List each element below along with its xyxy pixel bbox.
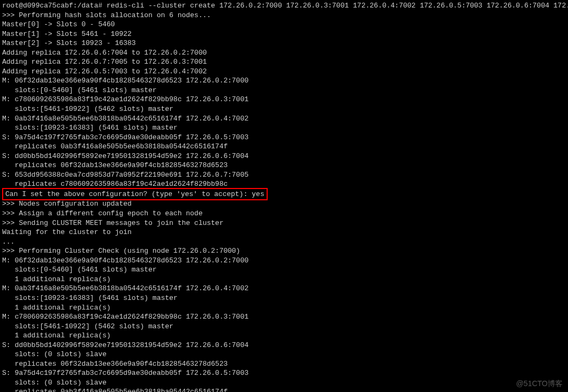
master-slot-line: Master[0] -> Slots 0 - 5460 xyxy=(2,20,566,29)
node-line: slots:[5461-10922] (5462 slots) master xyxy=(2,322,566,331)
node-line: replicates 0ab3f416a8e505b5ee6b3818ba054… xyxy=(2,387,566,392)
assign-epoch-line: >>> Assign a different config epoch to e… xyxy=(2,209,566,218)
node-line: M: 06f32dab13ee366e9a90f4cb18285463278d6… xyxy=(2,256,566,266)
node-line: slots: (0 slots) slave xyxy=(2,378,566,388)
master-slot-line: Master[1] -> Slots 5461 - 10922 xyxy=(2,29,566,39)
confirm-prompt-highlight[interactable]: Can I set the above configuration? (type… xyxy=(2,189,566,200)
node-line: replicates 0ab3f416a8e505b5ee6b3818ba054… xyxy=(2,142,566,152)
node-line: S: dd0bb5bd1402996f5892ee7195013281954d5… xyxy=(2,341,566,350)
node-line: slots: (0 slots) slave xyxy=(2,350,566,359)
node-line: replicates 06f32dab13ee366e9a90f4cb18285… xyxy=(2,161,566,170)
nodes-conf-updated: >>> Nodes configuration updated xyxy=(2,199,566,209)
node-line: S: dd0bb5bd1402996f5892ee7195013281954d5… xyxy=(2,152,566,161)
command-text: redis-cli --cluster create 172.26.0.2:70… xyxy=(107,2,568,10)
node-line: M: 0ab3f416a8e505b5ee6b3818ba05442c65161… xyxy=(2,114,566,124)
node-line: slots:[0-5460] (5461 slots) master xyxy=(2,86,566,95)
shell-prompt: root@d099ca75cabf:/data# xyxy=(2,2,107,10)
waiting-line: Waiting for the cluster to join xyxy=(2,228,566,237)
hash-slots-header: >>> Performing hash slots allocation on … xyxy=(2,11,566,20)
node-line: 1 additional replica(s) xyxy=(2,275,566,284)
node-line: slots:[10923-16383] (5461 slots) master xyxy=(2,123,566,133)
node-line: S: 9a75d4c197f2765fab3c7c6695d9ae30deabb… xyxy=(2,133,566,142)
node-line: M: c7806092635986a83f19c42ae1d2624f829bb… xyxy=(2,95,566,104)
dots-line: ... xyxy=(2,237,566,247)
node-line: S: 9a75d4c197f2765fab3c7c6695d9ae30deabb… xyxy=(2,368,566,378)
node-line: slots:[0-5460] (5461 slots) master xyxy=(2,265,566,275)
node-line: 1 additional replica(s) xyxy=(2,331,566,341)
node-line: slots:[10923-16383] (5461 slots) master xyxy=(2,293,566,303)
cluster-check-header: >>> Performing Cluster Check (using node… xyxy=(2,246,566,256)
node-line: replicates 06f32dab13ee366e9a90f4cb18285… xyxy=(2,359,566,369)
command-prompt-line[interactable]: root@d099ca75cabf:/data# redis-cli --clu… xyxy=(2,1,566,11)
sending-meet-line: >>> Sending CLUSTER MEET messages to joi… xyxy=(2,218,566,228)
node-line: slots:[5461-10922] (5462 slots) master xyxy=(2,104,566,114)
master-slot-line: Master[2] -> Slots 10923 - 16383 xyxy=(2,39,566,48)
replica-assign-line: Adding replica 172.26.0.7:7005 to 172.26… xyxy=(2,57,566,67)
node-line: M: 0ab3f416a8e505b5ee6b3818ba05442c65161… xyxy=(2,284,566,293)
node-line: S: 653dd956388c0ea7cd9853d77a0952f22190e… xyxy=(2,170,566,180)
replica-assign-line: Adding replica 172.26.0.6:7004 to 172.26… xyxy=(2,48,566,58)
watermark: @51CTO博客 xyxy=(516,379,563,389)
node-line: M: c7806092635986a83f19c42ae1d2624f829bb… xyxy=(2,312,566,322)
node-line: 1 additional replica(s) xyxy=(2,303,566,313)
replica-assign-line: Adding replica 172.26.0.5:7003 to 172.26… xyxy=(2,67,566,77)
node-line: M: 06f32dab13ee366e9a90f4cb18285463278d6… xyxy=(2,76,566,86)
